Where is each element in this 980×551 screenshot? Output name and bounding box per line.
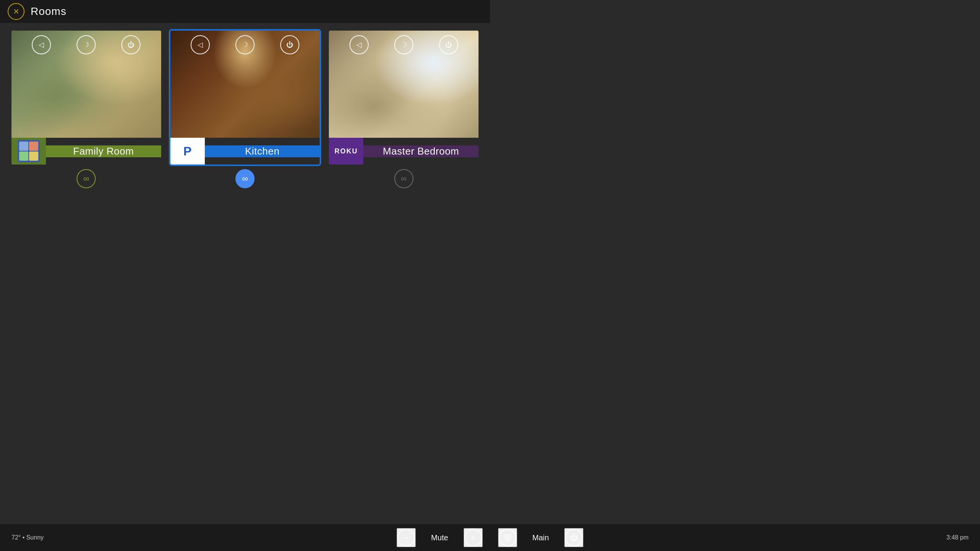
- family-room-icon: [11, 138, 46, 165]
- photo-tile-4: [29, 152, 38, 161]
- link-symbol: ∞: [83, 174, 89, 184]
- kitchen-card[interactable]: ◁ ☽ ⏻ P Kitchen: [170, 31, 320, 165]
- light-icon: ☽: [83, 41, 89, 49]
- volume-icon: ◁: [356, 41, 362, 49]
- family-room-wrapper: ◁ ☽ ⏻: [11, 31, 161, 188]
- family-room-link-icon[interactable]: ∞: [77, 169, 96, 188]
- volume-icon: ◁: [198, 41, 203, 49]
- bedroom-volume-btn[interactable]: ◁: [350, 35, 369, 54]
- family-room-controls: ◁ ☽ ⏻: [11, 35, 161, 54]
- bedroom-link-icon[interactable]: ∞: [394, 169, 413, 188]
- family-room-power-btn[interactable]: ⏻: [121, 35, 140, 54]
- master-bedroom-card[interactable]: ◁ ☽ ⏻ ROKU Master Bedroom: [329, 31, 479, 165]
- kitchen-link-icon[interactable]: ∞: [235, 169, 255, 188]
- photo-tile-3: [19, 152, 28, 161]
- kitchen-light-btn[interactable]: ☽: [235, 35, 255, 54]
- master-bedroom-image: ◁ ☽ ⏻: [329, 31, 479, 138]
- kitchen-volume-btn[interactable]: ◁: [191, 35, 210, 54]
- family-room-volume-btn[interactable]: ◁: [32, 35, 51, 54]
- page-title: Rooms: [31, 5, 67, 18]
- pandora-logo: P: [183, 144, 191, 158]
- kitchen-label-bar: P Kitchen: [170, 138, 320, 165]
- light-icon: ☽: [401, 41, 407, 49]
- kitchen-wrapper: ◁ ☽ ⏻ P Kitchen ∞: [170, 31, 320, 188]
- photo-tile-2: [29, 142, 38, 151]
- volume-icon: ◁: [39, 41, 44, 49]
- kitchen-label-text: Kitchen: [205, 145, 320, 157]
- bedroom-controls: ◁ ☽ ⏻: [329, 35, 479, 54]
- close-button[interactable]: ✕: [8, 3, 24, 20]
- link-symbol: ∞: [401, 174, 407, 184]
- roku-logo: ROKU: [335, 147, 358, 155]
- photo-tile-1: [19, 142, 28, 151]
- close-icon: ✕: [13, 7, 20, 16]
- family-room-card[interactable]: ◁ ☽ ⏻: [11, 31, 161, 165]
- photo-collage-icon: [18, 140, 40, 162]
- light-icon: ☽: [242, 41, 248, 49]
- family-room-light-btn[interactable]: ☽: [77, 35, 96, 54]
- family-room-label-text: Family Room: [46, 145, 161, 157]
- kitchen-icon: P: [170, 138, 205, 165]
- kitchen-controls: ◁ ☽ ⏻: [170, 35, 320, 54]
- link-symbol: ∞: [242, 174, 248, 184]
- bedroom-light-btn[interactable]: ☽: [394, 35, 413, 54]
- family-room-image: ◁ ☽ ⏻: [11, 31, 161, 138]
- bedroom-label-bar: ROKU Master Bedroom: [329, 138, 479, 165]
- rooms-grid: ◁ ☽ ⏻: [0, 23, 490, 249]
- bedroom-power-btn[interactable]: ⏻: [439, 35, 458, 54]
- family-room-label-bar: Family Room: [11, 138, 161, 165]
- kitchen-power-btn[interactable]: ⏻: [280, 35, 299, 54]
- header: ✕ Rooms: [0, 0, 490, 23]
- master-bedroom-wrapper: ◁ ☽ ⏻ ROKU Master Bedroom ∞: [329, 31, 479, 188]
- bedroom-label-text: Master Bedroom: [363, 145, 479, 157]
- power-icon: ⏻: [286, 41, 293, 49]
- power-icon: ⏻: [445, 41, 452, 49]
- power-icon: ⏻: [127, 41, 134, 49]
- kitchen-image: ◁ ☽ ⏻: [170, 31, 320, 138]
- bedroom-icon: ROKU: [329, 138, 363, 165]
